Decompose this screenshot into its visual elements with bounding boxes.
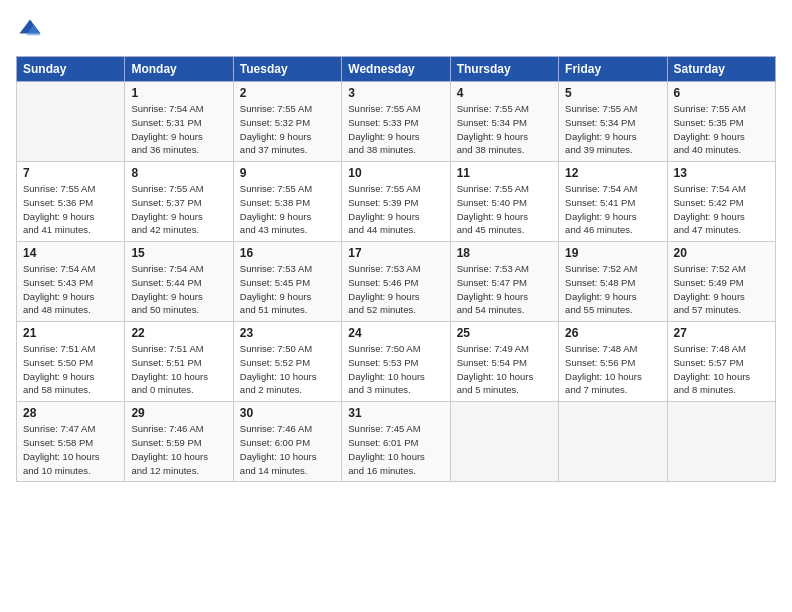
day-cell: 4Sunrise: 7:55 AM Sunset: 5:34 PM Daylig… [450, 82, 558, 162]
day-cell: 11Sunrise: 7:55 AM Sunset: 5:40 PM Dayli… [450, 162, 558, 242]
week-row-0: 1Sunrise: 7:54 AM Sunset: 5:31 PM Daylig… [17, 82, 776, 162]
day-cell: 14Sunrise: 7:54 AM Sunset: 5:43 PM Dayli… [17, 242, 125, 322]
day-cell: 5Sunrise: 7:55 AM Sunset: 5:34 PM Daylig… [559, 82, 667, 162]
day-cell: 13Sunrise: 7:54 AM Sunset: 5:42 PM Dayli… [667, 162, 775, 242]
day-cell: 19Sunrise: 7:52 AM Sunset: 5:48 PM Dayli… [559, 242, 667, 322]
day-cell: 30Sunrise: 7:46 AM Sunset: 6:00 PM Dayli… [233, 402, 341, 482]
logo [16, 16, 48, 44]
weekday-header-row: SundayMondayTuesdayWednesdayThursdayFrid… [17, 57, 776, 82]
week-row-1: 7Sunrise: 7:55 AM Sunset: 5:36 PM Daylig… [17, 162, 776, 242]
weekday-header-monday: Monday [125, 57, 233, 82]
weekday-header-saturday: Saturday [667, 57, 775, 82]
day-cell: 25Sunrise: 7:49 AM Sunset: 5:54 PM Dayli… [450, 322, 558, 402]
day-info: Sunrise: 7:45 AM Sunset: 6:01 PM Dayligh… [348, 422, 443, 477]
header [16, 16, 776, 44]
day-cell: 10Sunrise: 7:55 AM Sunset: 5:39 PM Dayli… [342, 162, 450, 242]
day-cell: 22Sunrise: 7:51 AM Sunset: 5:51 PM Dayli… [125, 322, 233, 402]
week-row-3: 21Sunrise: 7:51 AM Sunset: 5:50 PM Dayli… [17, 322, 776, 402]
week-row-2: 14Sunrise: 7:54 AM Sunset: 5:43 PM Dayli… [17, 242, 776, 322]
day-cell: 17Sunrise: 7:53 AM Sunset: 5:46 PM Dayli… [342, 242, 450, 322]
day-info: Sunrise: 7:54 AM Sunset: 5:44 PM Dayligh… [131, 262, 226, 317]
day-info: Sunrise: 7:55 AM Sunset: 5:38 PM Dayligh… [240, 182, 335, 237]
day-cell [667, 402, 775, 482]
day-info: Sunrise: 7:46 AM Sunset: 5:59 PM Dayligh… [131, 422, 226, 477]
day-number: 24 [348, 326, 443, 340]
day-info: Sunrise: 7:55 AM Sunset: 5:32 PM Dayligh… [240, 102, 335, 157]
day-cell: 24Sunrise: 7:50 AM Sunset: 5:53 PM Dayli… [342, 322, 450, 402]
page: SundayMondayTuesdayWednesdayThursdayFrid… [0, 0, 792, 498]
day-number: 12 [565, 166, 660, 180]
day-cell: 21Sunrise: 7:51 AM Sunset: 5:50 PM Dayli… [17, 322, 125, 402]
day-info: Sunrise: 7:55 AM Sunset: 5:39 PM Dayligh… [348, 182, 443, 237]
day-info: Sunrise: 7:47 AM Sunset: 5:58 PM Dayligh… [23, 422, 118, 477]
day-number: 26 [565, 326, 660, 340]
day-number: 11 [457, 166, 552, 180]
day-number: 30 [240, 406, 335, 420]
day-number: 16 [240, 246, 335, 260]
day-number: 7 [23, 166, 118, 180]
day-cell: 23Sunrise: 7:50 AM Sunset: 5:52 PM Dayli… [233, 322, 341, 402]
day-cell: 2Sunrise: 7:55 AM Sunset: 5:32 PM Daylig… [233, 82, 341, 162]
day-number: 20 [674, 246, 769, 260]
weekday-header-sunday: Sunday [17, 57, 125, 82]
day-number: 25 [457, 326, 552, 340]
day-cell: 15Sunrise: 7:54 AM Sunset: 5:44 PM Dayli… [125, 242, 233, 322]
day-cell: 12Sunrise: 7:54 AM Sunset: 5:41 PM Dayli… [559, 162, 667, 242]
day-number: 5 [565, 86, 660, 100]
day-info: Sunrise: 7:55 AM Sunset: 5:37 PM Dayligh… [131, 182, 226, 237]
day-cell: 7Sunrise: 7:55 AM Sunset: 5:36 PM Daylig… [17, 162, 125, 242]
day-number: 27 [674, 326, 769, 340]
day-number: 13 [674, 166, 769, 180]
day-info: Sunrise: 7:51 AM Sunset: 5:51 PM Dayligh… [131, 342, 226, 397]
day-info: Sunrise: 7:55 AM Sunset: 5:40 PM Dayligh… [457, 182, 552, 237]
day-info: Sunrise: 7:54 AM Sunset: 5:31 PM Dayligh… [131, 102, 226, 157]
day-number: 19 [565, 246, 660, 260]
day-number: 22 [131, 326, 226, 340]
day-info: Sunrise: 7:53 AM Sunset: 5:45 PM Dayligh… [240, 262, 335, 317]
day-info: Sunrise: 7:50 AM Sunset: 5:53 PM Dayligh… [348, 342, 443, 397]
day-number: 15 [131, 246, 226, 260]
day-cell [559, 402, 667, 482]
day-number: 29 [131, 406, 226, 420]
day-info: Sunrise: 7:55 AM Sunset: 5:34 PM Dayligh… [565, 102, 660, 157]
day-cell [450, 402, 558, 482]
day-number: 4 [457, 86, 552, 100]
day-number: 21 [23, 326, 118, 340]
day-info: Sunrise: 7:55 AM Sunset: 5:33 PM Dayligh… [348, 102, 443, 157]
day-number: 31 [348, 406, 443, 420]
day-cell: 6Sunrise: 7:55 AM Sunset: 5:35 PM Daylig… [667, 82, 775, 162]
weekday-header-wednesday: Wednesday [342, 57, 450, 82]
weekday-header-tuesday: Tuesday [233, 57, 341, 82]
day-cell: 16Sunrise: 7:53 AM Sunset: 5:45 PM Dayli… [233, 242, 341, 322]
day-cell: 8Sunrise: 7:55 AM Sunset: 5:37 PM Daylig… [125, 162, 233, 242]
day-number: 18 [457, 246, 552, 260]
calendar: SundayMondayTuesdayWednesdayThursdayFrid… [16, 56, 776, 482]
day-info: Sunrise: 7:51 AM Sunset: 5:50 PM Dayligh… [23, 342, 118, 397]
day-info: Sunrise: 7:55 AM Sunset: 5:35 PM Dayligh… [674, 102, 769, 157]
day-info: Sunrise: 7:54 AM Sunset: 5:41 PM Dayligh… [565, 182, 660, 237]
day-info: Sunrise: 7:49 AM Sunset: 5:54 PM Dayligh… [457, 342, 552, 397]
day-number: 9 [240, 166, 335, 180]
day-info: Sunrise: 7:53 AM Sunset: 5:47 PM Dayligh… [457, 262, 552, 317]
day-number: 23 [240, 326, 335, 340]
day-cell: 9Sunrise: 7:55 AM Sunset: 5:38 PM Daylig… [233, 162, 341, 242]
weekday-header-friday: Friday [559, 57, 667, 82]
day-info: Sunrise: 7:54 AM Sunset: 5:43 PM Dayligh… [23, 262, 118, 317]
day-number: 8 [131, 166, 226, 180]
day-cell: 26Sunrise: 7:48 AM Sunset: 5:56 PM Dayli… [559, 322, 667, 402]
day-number: 2 [240, 86, 335, 100]
day-number: 3 [348, 86, 443, 100]
logo-icon [16, 16, 44, 44]
day-cell: 29Sunrise: 7:46 AM Sunset: 5:59 PM Dayli… [125, 402, 233, 482]
day-cell: 3Sunrise: 7:55 AM Sunset: 5:33 PM Daylig… [342, 82, 450, 162]
day-info: Sunrise: 7:52 AM Sunset: 5:49 PM Dayligh… [674, 262, 769, 317]
day-info: Sunrise: 7:46 AM Sunset: 6:00 PM Dayligh… [240, 422, 335, 477]
day-info: Sunrise: 7:53 AM Sunset: 5:46 PM Dayligh… [348, 262, 443, 317]
day-number: 28 [23, 406, 118, 420]
day-number: 14 [23, 246, 118, 260]
day-info: Sunrise: 7:55 AM Sunset: 5:36 PM Dayligh… [23, 182, 118, 237]
week-row-4: 28Sunrise: 7:47 AM Sunset: 5:58 PM Dayli… [17, 402, 776, 482]
day-info: Sunrise: 7:52 AM Sunset: 5:48 PM Dayligh… [565, 262, 660, 317]
day-cell: 27Sunrise: 7:48 AM Sunset: 5:57 PM Dayli… [667, 322, 775, 402]
day-info: Sunrise: 7:48 AM Sunset: 5:56 PM Dayligh… [565, 342, 660, 397]
